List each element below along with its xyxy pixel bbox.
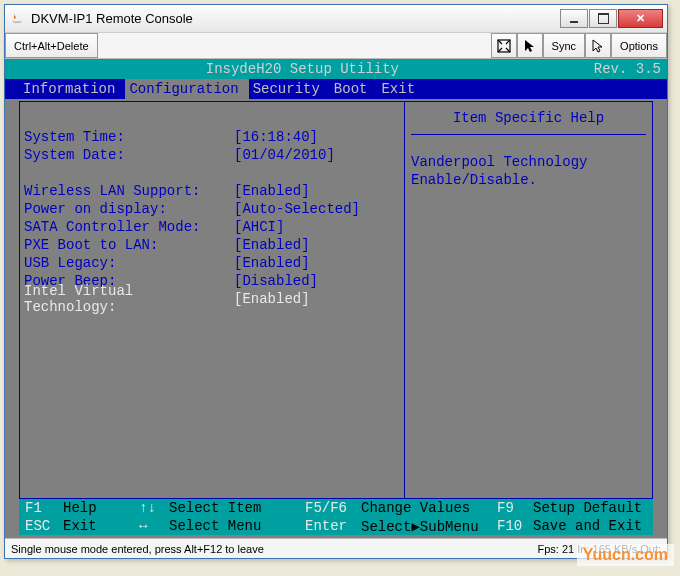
setting-value: [Disabled] xyxy=(234,273,318,289)
setting-row[interactable]: PXE Boot to LAN: [Enabled] xyxy=(24,236,400,254)
setting-row[interactable]: SATA Controller Mode: [AHCI] xyxy=(24,218,400,236)
help-text: Vanderpool Technology Enable/Disable. xyxy=(411,153,646,189)
toolbar: Ctrl+Alt+Delete Sync Options xyxy=(5,33,667,59)
key-desc-save: Save and Exit xyxy=(533,518,642,534)
setting-row[interactable]: System Time: [16:18:40] xyxy=(24,128,400,146)
key-desc-submenu: Select▶SubMenu xyxy=(361,518,491,535)
remote-console-window: DKVM-IP1 Remote Console Ctrl+Alt+Delete … xyxy=(4,4,668,559)
cursor-outline-icon[interactable] xyxy=(585,33,611,58)
bios-footer: F1 Help ↑↓ Select Item F5/F6 Change Valu… xyxy=(19,499,653,535)
setting-value: [Enabled] xyxy=(234,255,310,271)
toolbar-spacer xyxy=(98,33,491,58)
setting-row[interactable]: Wireless LAN Support: [Enabled] xyxy=(24,182,400,200)
key-desc-change: Change Values xyxy=(361,500,491,516)
setting-row-selected[interactable]: Intel Virtual Technology: [Enabled] xyxy=(24,290,400,308)
fullscreen-icon[interactable] xyxy=(491,33,517,58)
titlebar: DKVM-IP1 Remote Console xyxy=(5,5,667,33)
bios-tabs: Information Configuration Security Boot … xyxy=(5,79,667,99)
bios-help-panel: Item Specific Help Vanderpool Technology… xyxy=(405,102,652,498)
key-f9: F9 xyxy=(491,500,533,516)
window-controls xyxy=(560,9,663,28)
key-desc-select-item: Select Item xyxy=(169,500,299,516)
key-esc: ESC xyxy=(19,518,63,534)
key-desc-exit: Exit xyxy=(63,518,139,534)
key-desc-default: Setup Default xyxy=(533,500,642,516)
tab-security[interactable]: Security xyxy=(249,79,330,99)
help-separator xyxy=(411,134,646,135)
setting-value: [AHCI] xyxy=(234,219,284,235)
key-enter: Enter xyxy=(299,518,361,534)
setting-value: [Auto-Selected] xyxy=(234,201,360,217)
setting-label: USB Legacy: xyxy=(24,255,234,271)
key-f1: F1 xyxy=(19,500,63,516)
setting-label: Wireless LAN Support: xyxy=(24,183,234,199)
key-f5f6: F5/F6 xyxy=(299,500,361,516)
setting-value: [Enabled] xyxy=(234,237,310,253)
key-arrows-v: ↑↓ xyxy=(139,500,169,516)
window-title: DKVM-IP1 Remote Console xyxy=(31,11,560,26)
tab-exit[interactable]: Exit xyxy=(377,79,425,99)
bios-screen: InsydeH20 Setup Utility Rev. 3.5 Informa… xyxy=(5,59,667,538)
setting-value: [Enabled] xyxy=(234,291,310,307)
ctrl-alt-delete-button[interactable]: Ctrl+Alt+Delete xyxy=(5,33,98,58)
minimize-button[interactable] xyxy=(560,9,588,28)
cursor-icon[interactable] xyxy=(517,33,543,58)
setting-label: System Time: xyxy=(24,129,234,145)
options-button[interactable]: Options xyxy=(611,33,667,58)
tab-information[interactable]: Information xyxy=(19,79,125,99)
setting-value: [Enabled] xyxy=(234,183,310,199)
bios-settings-panel: System Time: [16:18:40] System Date: [01… xyxy=(20,102,405,498)
status-message: Single mouse mode entered, press Alt+F12… xyxy=(11,543,537,555)
setting-row[interactable]: Power on display: [Auto-Selected] xyxy=(24,200,400,218)
key-f10: F10 xyxy=(491,518,533,534)
setting-value: [16:18:40] xyxy=(234,129,318,145)
setting-label: PXE Boot to LAN: xyxy=(24,237,234,253)
key-desc-help: Help xyxy=(63,500,139,516)
setting-row[interactable]: USB Legacy: [Enabled] xyxy=(24,254,400,272)
tab-configuration[interactable]: Configuration xyxy=(125,79,248,99)
help-title: Item Specific Help xyxy=(411,110,646,126)
maximize-button[interactable] xyxy=(589,9,617,28)
bios-revision: Rev. 3.5 xyxy=(594,61,661,77)
tab-boot[interactable]: Boot xyxy=(330,79,378,99)
setting-label: SATA Controller Mode: xyxy=(24,219,234,235)
statusbar: Single mouse mode entered, press Alt+F12… xyxy=(5,538,667,558)
close-button[interactable] xyxy=(618,9,663,28)
setting-value: [01/04/2010] xyxy=(234,147,335,163)
key-arrows-h: ↔ xyxy=(139,518,169,534)
setting-row[interactable]: System Date: [01/04/2010] xyxy=(24,146,400,164)
watermark: Yuucn.com xyxy=(577,544,674,566)
setting-label: Intel Virtual Technology: xyxy=(24,283,234,315)
setting-label: Power on display: xyxy=(24,201,234,217)
sync-button[interactable]: Sync xyxy=(543,33,585,58)
bios-header: InsydeH20 Setup Utility Rev. 3.5 xyxy=(5,59,667,79)
bios-body: System Time: [16:18:40] System Date: [01… xyxy=(19,101,653,499)
key-desc-select-menu: Select Menu xyxy=(169,518,299,534)
setting-label: System Date: xyxy=(24,147,234,163)
bios-title: InsydeH20 Setup Utility xyxy=(11,61,594,77)
java-icon xyxy=(9,11,25,27)
